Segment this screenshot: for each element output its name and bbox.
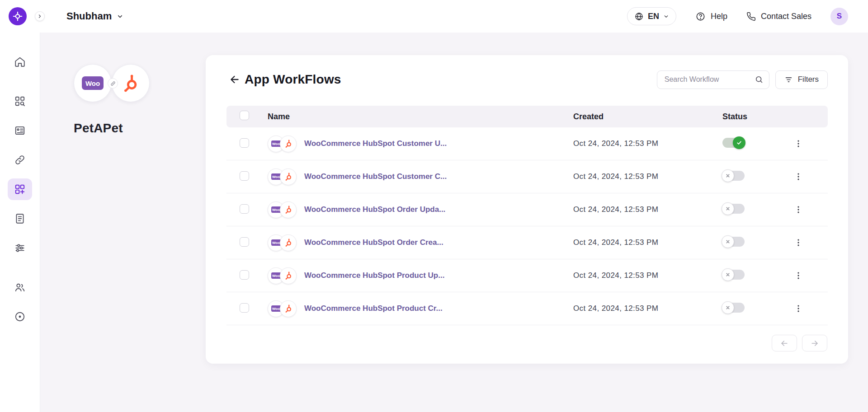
sidebar-item-settings[interactable]: [8, 237, 32, 259]
kebab-menu-icon: [793, 238, 803, 248]
workflow-name-link[interactable]: WooCommerce HubSpot Customer U...: [304, 139, 447, 148]
workflow-row: Woo WooCommerce HubSpot Product Up... Oc…: [226, 259, 828, 292]
brand-logo[interactable]: [9, 7, 27, 25]
select-all-checkbox[interactable]: [240, 111, 249, 120]
back-button[interactable]: [226, 71, 243, 88]
row-checkbox[interactable]: [240, 171, 249, 181]
status-toggle[interactable]: [722, 303, 745, 313]
prev-page-button[interactable]: [772, 335, 797, 351]
row-menu-button[interactable]: [792, 137, 805, 150]
hubspot-icon: [284, 139, 293, 148]
column-header-created: Created: [573, 112, 722, 122]
workflow-name-link[interactable]: WooCommerce HubSpot Customer C...: [304, 172, 447, 181]
feeds-card-icon: [14, 125, 26, 136]
row-checkbox[interactable]: [240, 138, 249, 148]
toggle-knob: [722, 301, 734, 314]
support-target-icon: [14, 311, 26, 323]
status-toggle[interactable]: [722, 270, 745, 280]
sidebar-item-users[interactable]: [8, 276, 32, 298]
workflow-name-link[interactable]: WooCommerce HubSpot Order Upda...: [304, 205, 445, 214]
row-checkbox[interactable]: [240, 237, 249, 247]
pagination: [772, 335, 827, 351]
kebab-menu-icon: [793, 205, 803, 215]
avatar-initial: S: [837, 12, 842, 21]
row-checkbox[interactable]: [240, 303, 249, 313]
status-toggle[interactable]: [722, 171, 745, 181]
x-icon: [725, 173, 731, 178]
filters-button[interactable]: Filters: [775, 70, 828, 89]
chevron-right-icon: [37, 14, 42, 19]
sidebar-item-support[interactable]: [8, 306, 32, 328]
status-toggle[interactable]: [722, 237, 745, 247]
workflow-name-link[interactable]: WooCommerce HubSpot Product Up...: [304, 271, 444, 280]
integration-summary: Woo PetAPet: [74, 64, 150, 136]
chevron-down-icon: [663, 14, 669, 19]
workflows-table: Name Created Status Woo: [226, 106, 828, 325]
hubspot-mini-badge: [280, 136, 297, 152]
sidebar-expand-button[interactable]: [35, 11, 45, 21]
sidebar-item-feeds[interactable]: [8, 120, 32, 141]
top-bar: Shubham EN Help Contact Sales S: [0, 0, 868, 33]
workflow-app-icons: Woo: [268, 136, 297, 152]
status-toggle[interactable]: [722, 204, 745, 214]
sidebar-item-integrations[interactable]: [8, 90, 32, 112]
top-bar-actions: EN Help Contact Sales S: [627, 0, 848, 33]
hubspot-icon: [121, 73, 141, 93]
sidebar-item-home[interactable]: [8, 51, 32, 73]
card-header: App WorkFlows Filters: [226, 69, 828, 90]
hubspot-icon: [284, 172, 293, 181]
workflow-name-link[interactable]: WooCommerce HubSpot Product Cr...: [304, 304, 443, 313]
hubspot-icon: [284, 304, 293, 313]
search-workflow-input[interactable]: [657, 70, 769, 89]
contact-sales-button[interactable]: Contact Sales: [746, 12, 811, 21]
workflow-created: Oct 24, 2024, 12:53 PM: [573, 271, 722, 280]
arrow-left-icon: [229, 74, 241, 85]
workspace-switcher[interactable]: Shubham: [66, 0, 123, 33]
toggle-knob: [733, 136, 745, 149]
app-pair: Woo: [74, 64, 150, 102]
sidebar-item-app-workflows[interactable]: [8, 178, 32, 200]
toggle-knob: [722, 268, 734, 281]
arrow-left-icon: [780, 339, 789, 348]
workflow-row: Woo WooCommerce HubSpot Customer U... Oc…: [226, 127, 828, 160]
integrations-grid-search-icon: [14, 95, 26, 107]
hubspot-mini-badge: [280, 267, 297, 284]
hubspot-icon: [284, 238, 293, 247]
row-menu-button[interactable]: [792, 236, 805, 249]
connection-link-icon: [108, 78, 118, 89]
toggle-knob: [722, 202, 734, 215]
help-circle-icon: [695, 11, 706, 22]
apps-grid-plus-icon: [14, 183, 26, 195]
workflows-card: App WorkFlows Filters Name Created Statu…: [206, 55, 848, 364]
user-avatar[interactable]: S: [830, 8, 848, 25]
row-checkbox[interactable]: [240, 204, 249, 214]
next-page-button[interactable]: [802, 335, 827, 351]
sidebar-item-logs[interactable]: [8, 208, 32, 229]
kebab-menu-icon: [793, 172, 803, 182]
row-menu-button[interactable]: [792, 203, 805, 216]
workflow-row: Woo WooCommerce HubSpot Product Cr... Oc…: [226, 292, 828, 325]
kebab-menu-icon: [793, 271, 803, 281]
settings-sliders-icon: [14, 242, 26, 254]
language-selector[interactable]: EN: [627, 7, 676, 25]
help-button[interactable]: Help: [695, 11, 727, 22]
workflow-row: Woo WooCommerce HubSpot Customer C... Oc…: [226, 160, 828, 193]
row-menu-button[interactable]: [792, 170, 805, 183]
row-checkbox[interactable]: [240, 270, 249, 280]
row-menu-button[interactable]: [792, 269, 805, 282]
workflow-created: Oct 24, 2024, 12:53 PM: [573, 139, 722, 148]
workflow-name-link[interactable]: WooCommerce HubSpot Order Crea...: [304, 238, 443, 247]
chevron-down-icon: [117, 13, 123, 20]
search-icon[interactable]: [755, 75, 764, 84]
users-icon: [14, 281, 26, 293]
workflow-row: Woo WooCommerce HubSpot Order Crea... Oc…: [226, 226, 828, 259]
table-header-row: Name Created Status: [226, 106, 828, 127]
workspace-name: Shubham: [66, 10, 112, 22]
filters-label: Filters: [798, 75, 819, 84]
status-toggle[interactable]: [722, 138, 745, 148]
workflow-app-icons: Woo: [268, 201, 297, 218]
row-menu-button[interactable]: [792, 302, 805, 315]
sidebar-item-connections[interactable]: [8, 149, 32, 171]
x-icon: [725, 239, 731, 244]
x-icon: [725, 272, 731, 277]
